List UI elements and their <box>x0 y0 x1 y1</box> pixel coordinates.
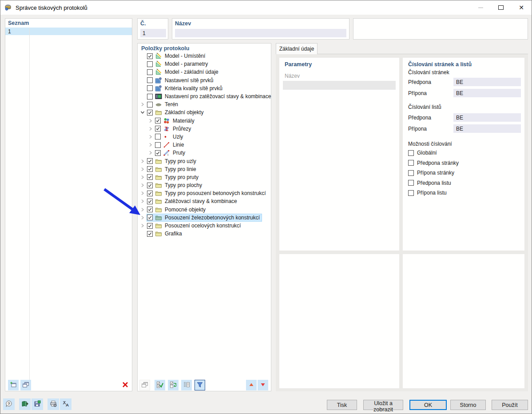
chevron-right-icon[interactable] <box>139 183 145 188</box>
tree-item[interactable]: Typy pro linie <box>147 166 198 173</box>
name-input[interactable] <box>175 29 346 37</box>
numbering-option[interactable]: Předpona listu <box>408 179 451 187</box>
tree-item[interactable]: Pomocné objekty <box>147 206 207 213</box>
tree-item[interactable]: Terén <box>147 101 180 108</box>
select-all-button[interactable] <box>155 380 165 390</box>
chevron-right-icon[interactable] <box>147 118 153 123</box>
numbering-option[interactable]: Přípona stránky <box>408 169 454 176</box>
tree-item-checkbox[interactable] <box>147 85 153 91</box>
filter-button[interactable] <box>195 380 205 390</box>
maximize-button[interactable] <box>491 0 511 15</box>
option-checkbox[interactable] <box>408 180 414 186</box>
tree-item[interactable]: Linie <box>155 141 186 148</box>
page-suffix-input[interactable] <box>453 89 521 97</box>
tree-item-checkbox[interactable] <box>147 102 153 107</box>
tree-item[interactable]: Kritéria kvality sítě prvků <box>147 85 224 92</box>
move-down-button[interactable] <box>258 380 268 390</box>
tree-item-checkbox[interactable] <box>155 134 161 139</box>
copy-item-button[interactable] <box>139 380 150 390</box>
option-checkbox[interactable] <box>408 170 414 176</box>
close-button[interactable]: ✕ <box>511 0 532 15</box>
tree-item-checkbox[interactable] <box>147 215 153 220</box>
tree-item-checkbox[interactable] <box>155 150 161 156</box>
chevron-right-icon[interactable] <box>147 126 153 131</box>
print-settings-button[interactable] <box>48 398 59 410</box>
numbering-option[interactable]: Předpona stránky <box>408 159 459 167</box>
chevron-right-icon[interactable] <box>139 166 145 172</box>
tab-zakladni-udaje[interactable]: Základní údaje <box>276 43 318 54</box>
tree-item-checkbox[interactable] <box>147 53 153 59</box>
tree-item[interactable]: Materiály <box>155 117 196 124</box>
tree-item[interactable]: Model - základní údaje <box>147 68 220 76</box>
help-button[interactable]: ? <box>3 398 15 410</box>
minimize-button[interactable] <box>470 0 491 15</box>
tree-item-checkbox[interactable] <box>147 166 153 172</box>
tree-item-checkbox[interactable] <box>147 110 153 115</box>
number-input[interactable] <box>140 29 166 37</box>
tree-item[interactable]: Model - parametry <box>147 60 210 68</box>
tree-item[interactable]: Typy pro plochy <box>147 182 204 189</box>
tree-item-checkbox[interactable] <box>147 183 153 188</box>
page-prefix-input[interactable] <box>453 78 521 86</box>
copy-protocol-button[interactable] <box>20 380 31 390</box>
tree-item[interactable]: Nastavení pro zatěžovací stavy & kombina… <box>147 93 273 100</box>
list-item[interactable]: 1 <box>5 28 132 35</box>
tree-item-checkbox[interactable] <box>155 126 161 131</box>
tree-item-checkbox[interactable] <box>147 223 153 229</box>
tree-item[interactable]: Uzly <box>155 133 185 140</box>
option-checkbox[interactable] <box>408 150 414 156</box>
tree-item[interactable]: Model - Umístění <box>147 52 207 60</box>
chevron-right-icon[interactable] <box>139 158 145 164</box>
delete-protocol-button[interactable] <box>120 380 131 390</box>
pou-t-button[interactable]: Použít <box>492 400 528 410</box>
chevron-right-icon[interactable] <box>147 134 153 139</box>
expand-items-button[interactable] <box>181 380 192 390</box>
tree-item-checkbox[interactable] <box>147 231 153 237</box>
tree-item[interactable]: Zatěžovací stavy & kombinace <box>147 198 239 205</box>
tree-item-checkbox[interactable] <box>147 191 153 196</box>
tree-item-checkbox[interactable] <box>147 61 153 67</box>
language-button[interactable]: A <box>60 398 71 410</box>
chevron-right-icon[interactable] <box>147 150 153 156</box>
move-up-button[interactable] <box>246 380 257 390</box>
sheet-prefix-input[interactable] <box>453 113 521 122</box>
tree-item[interactable]: Posouzení ocelových konstrukcí <box>147 222 242 229</box>
tree-item-checkbox[interactable] <box>155 142 161 148</box>
tree-item-checkbox[interactable] <box>147 174 153 180</box>
tree-item[interactable]: Typy pro pruty <box>147 174 200 181</box>
tree-item[interactable]: Nastavení sítě prvků <box>147 77 215 84</box>
chevron-right-icon[interactable] <box>139 102 145 107</box>
tree-item-checkbox[interactable] <box>147 199 153 204</box>
parameters-name-input[interactable] <box>283 81 396 90</box>
tree-item[interactable]: Typy pro posouzení betonových konstrukcí <box>147 190 267 197</box>
numbering-option[interactable]: Přípona listu <box>408 189 447 196</box>
ulo-it-a-zobrazit-button[interactable]: Uložit a zobrazit <box>363 400 403 410</box>
tree-item[interactable]: Základní objekty <box>147 109 205 116</box>
tree-item-checkbox[interactable] <box>147 207 153 212</box>
chevron-right-icon[interactable] <box>139 223 145 229</box>
option-checkbox[interactable] <box>408 190 414 196</box>
chevron-right-icon[interactable] <box>139 191 145 196</box>
chevron-right-icon[interactable] <box>139 207 145 212</box>
tree-item[interactable]: Grafika <box>147 230 184 237</box>
tree-item-checkbox[interactable] <box>147 94 153 100</box>
tree-item[interactable]: Typy pro uzly <box>147 158 198 165</box>
chevron-right-icon[interactable] <box>139 199 145 204</box>
tree-item-checkbox[interactable] <box>155 118 161 123</box>
chevron-right-icon[interactable] <box>147 142 153 148</box>
tree-item-checkbox[interactable] <box>147 158 153 164</box>
storno-button[interactable]: Storno <box>450 400 486 410</box>
chevron-right-icon[interactable] <box>139 174 145 180</box>
ok-button[interactable]: OK <box>409 400 447 410</box>
invert-selection-button[interactable] <box>168 380 179 390</box>
option-checkbox[interactable] <box>408 160 414 166</box>
tree-item[interactable]: Posouzení železobetonových konstrukcí <box>147 214 262 221</box>
tree-item[interactable]: Průřezy <box>155 125 193 132</box>
chevron-right-icon[interactable] <box>139 215 145 220</box>
open-protocol-button[interactable] <box>19 398 31 410</box>
sheet-suffix-input[interactable] <box>453 124 521 133</box>
numbering-option[interactable]: Globální <box>408 149 437 156</box>
tree-item-checkbox[interactable] <box>147 77 153 83</box>
chevron-down-icon[interactable] <box>139 110 145 115</box>
new-protocol-button[interactable] <box>8 380 19 390</box>
